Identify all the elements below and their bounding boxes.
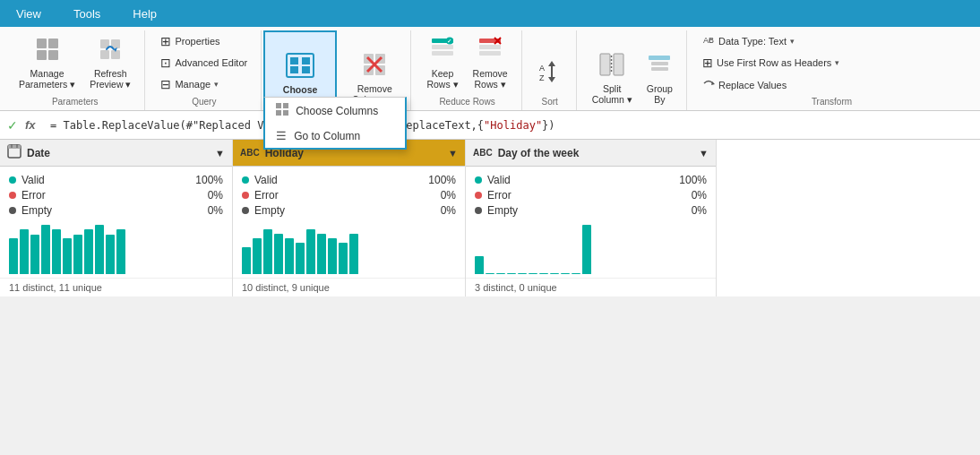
holiday-bar-3 [263,229,272,274]
advanced-editor-icon: ⊡ [160,56,171,70]
formula-check[interactable]: ✓ [7,118,18,133]
query-group-label: Query [154,95,254,110]
manage-parameters-button[interactable]: ManageParameters ▾ [13,41,82,95]
svg-rect-43 [651,62,668,65]
group-by-icon [647,52,672,81]
go-to-column-option[interactable]: ☰ Go to Column [265,124,405,148]
formula-text: = Table.ReplaceValue(#"Replaced Value","… [50,119,973,132]
choose-columns-dropdown: Choose Columns ☰ Go to Column [263,97,407,150]
svg-rect-26 [432,51,453,56]
holiday-error-dot [242,192,249,199]
svg-text:✓: ✓ [447,39,451,44]
svg-rect-30 [479,45,501,49]
transform-group-label: Transform [696,95,967,110]
data-type-button[interactable]: AB C Data Type: Text ▾ [696,30,967,51]
remove-rows-button[interactable]: RemoveRows ▾ [467,41,514,95]
formula-fx: fx [25,118,43,132]
keep-rows-icon: ✓ [430,37,455,65]
day-type-icon: ABC [473,148,493,158]
day-bar-11 [582,225,591,274]
holiday-empty-row: Empty 0% [242,204,456,217]
svg-marker-38 [548,77,555,82]
day-bar-10 [572,273,580,274]
day-error-label: Error [487,189,686,202]
split-column-button[interactable]: SplitColumn ▾ [586,56,639,110]
use-first-row-button[interactable]: ⊞ Use First Row as Headers ▾ [696,53,967,73]
svg-rect-40 [614,54,623,75]
refresh-preview-button[interactable]: RefreshPreview ▾ [83,41,137,95]
top-bar: View Tools Help [0,0,980,27]
keep-rows-button[interactable]: ✓ KeepRows ▾ [420,41,464,95]
holiday-error-label: Error [254,189,435,202]
day-bar-9 [561,273,570,274]
date-bar-8 [84,229,93,274]
menu-help[interactable]: Help [125,4,164,24]
day-filter-button[interactable]: ▼ [699,148,709,159]
date-empty-row: Empty 0% [9,204,223,217]
day-error-row: Error 0% [475,189,707,202]
day-empty-label: Empty [487,204,686,217]
group-by-button[interactable]: GroupBy [640,56,679,110]
holiday-error-row: Error 0% [242,189,456,202]
menu-tools[interactable]: Tools [66,4,107,24]
date-type-icon [7,144,21,161]
holiday-bar-9 [328,238,337,274]
svg-rect-10 [290,57,298,64]
ribbon-group-split: SplitColumn ▾ GroupBy [579,30,687,110]
holiday-stats: Valid 100% Error 0% Empty 0% [233,167,465,224]
data-type-label: Data Type: Text [718,36,787,47]
date-column-header[interactable]: Date ▼ [0,140,232,167]
properties-button[interactable]: ⊞ Properties [154,31,254,51]
ribbon-group-choose: ChooseColumns ▾ Choose Columns [263,30,337,110]
first-row-arrow: ▾ [835,58,839,67]
parameters-group-label: Parameters [13,95,137,110]
date-column-label: Date [27,147,210,159]
remove-rows-icon [477,37,503,65]
manage-label: Manage [175,79,211,90]
menu-view[interactable]: View [9,4,48,24]
ribbon-group-rows: ✓ KeepRows ▾ Re [413,30,521,110]
date-chart [0,224,232,278]
refresh-icon [98,37,123,65]
date-filter-button[interactable]: ▼ [215,148,225,159]
svg-rect-9 [287,54,314,77]
manage-button[interactable]: ⊟ Manage ▾ [154,74,254,94]
svg-rect-25 [432,45,453,49]
day-column-header[interactable]: ABC Day of the week ▼ [466,140,716,167]
split-column-label: SplitColumn ▾ [592,83,632,106]
replace-values-button[interactable]: Replace Values [696,74,967,95]
choose-columns-icon [286,53,314,82]
date-stats: Valid 100% Error 0% Empty 0% [0,167,232,224]
day-empty-row: Empty 0% [475,204,707,217]
holiday-bar-2 [253,238,262,274]
svg-rect-42 [649,56,670,60]
holiday-bar-11 [349,234,358,274]
choose-columns-option-icon [276,103,288,118]
day-column: ABC Day of the week ▼ Valid 100% Error 0… [466,140,717,296]
svg-rect-49 [8,145,21,149]
holiday-type-icon: ABC [240,148,260,158]
date-valid-value: 100% [195,174,223,186]
sort-az-button[interactable]: A Z [531,41,569,95]
date-empty-label: Empty [21,204,202,217]
advanced-editor-label: Advanced Editor [175,57,247,68]
day-bar-8 [550,273,559,274]
svg-rect-15 [283,103,288,108]
date-error-row: Error 0% [9,189,223,202]
day-bar-3 [496,273,505,274]
holiday-filter-button[interactable]: ▼ [448,148,458,159]
day-stats: Valid 100% Error 0% Empty 0% [466,167,716,224]
advanced-editor-button[interactable]: ⊡ Advanced Editor [154,53,254,73]
holiday-bar-6 [296,243,305,274]
choose-columns-option-label: Choose Columns [296,105,378,117]
day-footer: 3 distinct, 0 unique [466,278,716,296]
date-error-value: 0% [208,189,223,202]
choose-columns-option[interactable]: Choose Columns [265,98,405,124]
day-bar-5 [518,273,527,274]
date-column: Date ▼ Valid 100% Error 0% Empty 0% [0,140,233,296]
svg-rect-12 [290,66,298,73]
day-error-dot [475,192,482,199]
holiday-empty-dot [242,207,249,214]
day-bar-1 [475,256,484,274]
remove-columns-icon [362,52,387,81]
